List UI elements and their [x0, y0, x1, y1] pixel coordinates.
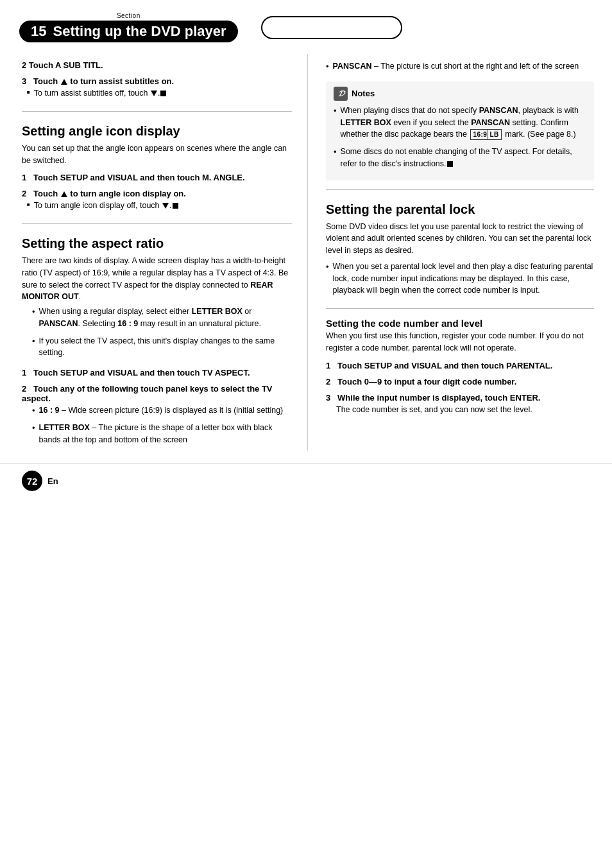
- left-column: 2 Touch A SUB TITL. 3 Touch to turn assi…: [0, 54, 308, 451]
- aspect-bullet2: • If you select the TV aspect, this unit…: [32, 335, 292, 362]
- bullet-square-icon2: ■: [27, 202, 30, 207]
- step3-bullet: ■ To turn assist subtitles off, touch .: [27, 87, 292, 102]
- notes-box: 𝓓 Notes • When playing discs that do not…: [326, 82, 594, 180]
- angle-icon-heading: Setting angle icon display: [22, 123, 292, 139]
- code-number-body: When you first use this function, regist…: [326, 330, 594, 354]
- section-number: 15: [31, 23, 46, 40]
- page: Section 15 Setting up the DVD player 2 T…: [0, 0, 612, 868]
- section-label: Section: [117, 13, 140, 19]
- parental-bullet: • When you set a parental lock level and…: [326, 261, 594, 299]
- header-right-box: [261, 16, 402, 39]
- step1b-heading: 1 Touch SETUP and VISUAL and then touch …: [22, 368, 292, 378]
- step2b-heading: 2 Touch any of the following touch panel…: [22, 384, 292, 403]
- code-number-heading: Setting the code number and level: [326, 318, 594, 329]
- section-pill: 15 Setting up the DVD player: [19, 21, 238, 42]
- notes-icon: 𝓓: [334, 87, 348, 101]
- parental-lock-heading: Setting the parental lock: [326, 202, 594, 217]
- step3c-body: The code number is set, and you can now …: [336, 404, 594, 416]
- page-number-badge: 72: [22, 471, 42, 491]
- angle-icon-body: You can set up that the angle icon appea…: [22, 143, 292, 167]
- step2c-heading: 2 Touch 0—9 to input a four digit code n…: [326, 377, 594, 386]
- bullet-square-icon: ■: [27, 89, 30, 95]
- footer-lang: En: [47, 476, 58, 486]
- note1: • When playing discs that do not specify…: [334, 105, 586, 143]
- section-title: Setting up the DVD player: [53, 23, 226, 40]
- step1c-heading: 1 Touch SETUP and VISUAL and then touch …: [326, 361, 594, 370]
- parental-lock-body: Some DVD video discs let you use parenta…: [326, 221, 594, 257]
- aspect-bullet1: • When using a regular display, select e…: [32, 306, 292, 333]
- aspect-ratio-body: There are two kinds of display. A wide s…: [22, 255, 292, 303]
- subbullet-panscan: • PANSCAN – The picture is cut short at …: [326, 60, 594, 75]
- step3c-heading: 3 While the input number is displayed, t…: [326, 393, 594, 403]
- step2a-bullet: ■ To turn angle icon display off, touch …: [27, 200, 292, 214]
- subbullet-letterbox: • LETTER BOX – The picture is the shape …: [32, 422, 292, 449]
- step2a-heading: 2 Touch to turn angle icon display on.: [22, 189, 292, 198]
- step3-heading: 3 Touch to turn assist subtitles on.: [22, 76, 292, 86]
- subbullet-169: • 16 : 9 – Wide screen picture (16:9) is…: [32, 404, 292, 419]
- note2: • Some discs do not enable changing of t…: [334, 146, 586, 173]
- header: Section 15 Setting up the DVD player: [0, 13, 612, 42]
- step1a-heading: 1 Touch SETUP and VISUAL and then touch …: [22, 173, 292, 182]
- mark-box: 16:9LB: [470, 129, 501, 140]
- right-column: • PANSCAN – The picture is cut short at …: [308, 54, 612, 451]
- section-badge: Section 15 Setting up the DVD player: [19, 13, 238, 42]
- footer: 72 En: [0, 464, 612, 491]
- aspect-ratio-heading: Setting the aspect ratio: [22, 236, 292, 251]
- main-columns: 2 Touch A SUB TITL. 3 Touch to turn assi…: [0, 54, 612, 451]
- step2-heading: 2 Touch A SUB TITL.: [22, 60, 292, 70]
- notes-title: 𝓓 Notes: [334, 87, 586, 101]
